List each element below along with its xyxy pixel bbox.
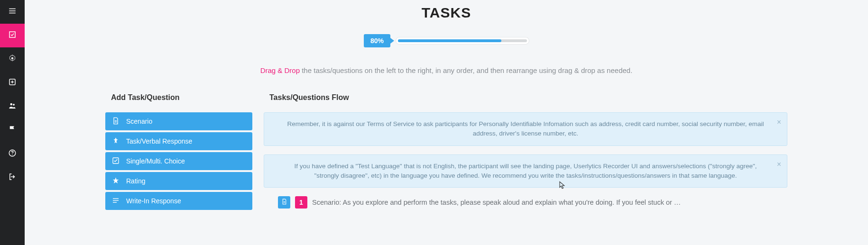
task-type-label: Rating xyxy=(126,177,145,185)
plus-icon xyxy=(8,78,17,88)
gear-icon xyxy=(8,54,17,64)
flow-type-icon xyxy=(278,196,290,209)
progress-fill xyxy=(398,39,501,42)
file-icon xyxy=(112,117,120,126)
add-task-panel: Add Task/Question Scenario Task/Verbal R… xyxy=(105,93,252,212)
svg-point-5 xyxy=(10,103,13,106)
page-title: TASKS xyxy=(25,5,868,21)
signout-icon xyxy=(8,172,17,183)
close-icon[interactable]: × xyxy=(777,117,781,128)
star-icon xyxy=(112,177,120,186)
nav-tasks[interactable] xyxy=(0,24,25,47)
svg-rect-12 xyxy=(113,202,117,202)
close-icon[interactable]: × xyxy=(777,159,781,170)
flow-heading: Tasks/Questions Flow xyxy=(264,93,787,102)
notice-text: Remember, it is against our Terms of Ser… xyxy=(287,120,764,137)
hint-rest: the tasks/questions on the left to the r… xyxy=(300,66,632,74)
task-type-label: Scenario xyxy=(126,118,152,125)
task-type-label: Write-In Response xyxy=(126,197,181,205)
task-type-label: Single/Multi. Choice xyxy=(126,157,185,165)
svg-point-6 xyxy=(13,104,15,106)
file-icon xyxy=(281,198,287,207)
menu-icon xyxy=(8,7,17,17)
svg-rect-10 xyxy=(113,198,119,199)
nav-flag[interactable] xyxy=(0,118,25,142)
flag-icon xyxy=(8,125,17,136)
flow-item[interactable]: 1 Scenario: As you explore and perform t… xyxy=(264,196,787,209)
flow-text: Scenario: As you explore and perform the… xyxy=(312,199,682,206)
check-icon xyxy=(112,157,120,166)
task-type-label: Task/Verbal Response xyxy=(126,137,192,145)
svg-rect-2 xyxy=(9,13,16,14)
task-type-writein[interactable]: Write-In Response xyxy=(105,192,252,210)
flow-index: 1 xyxy=(295,196,307,209)
notice-language: If you have defined a "Test Language" th… xyxy=(264,154,787,188)
hint-text: Drag & Drop the tasks/questions on the l… xyxy=(25,66,868,74)
notice-text: If you have defined a "Test Language" th… xyxy=(294,163,757,179)
pin-icon xyxy=(112,137,120,146)
flow-panel: Tasks/Questions Flow Remember, it is aga… xyxy=(264,93,787,212)
people-icon xyxy=(8,101,17,112)
help-icon xyxy=(8,149,17,159)
nav-help[interactable] xyxy=(0,142,25,166)
nav-add[interactable] xyxy=(0,71,25,95)
svg-rect-11 xyxy=(113,200,119,200)
add-task-heading: Add Task/Question xyxy=(105,93,252,102)
svg-rect-0 xyxy=(9,9,16,9)
nav-rail xyxy=(0,0,25,245)
nav-menu[interactable] xyxy=(0,0,25,24)
nav-signout[interactable] xyxy=(0,166,25,190)
svg-point-3 xyxy=(11,57,14,60)
progress: 80% xyxy=(25,34,868,47)
notice-pii: Remember, it is against our Terms of Ser… xyxy=(264,112,787,146)
task-type-choice[interactable]: Single/Multi. Choice xyxy=(105,152,252,170)
task-type-verbal[interactable]: Task/Verbal Response xyxy=(105,132,252,150)
tasks-icon xyxy=(8,30,17,41)
lines-icon xyxy=(112,197,120,206)
nav-settings[interactable] xyxy=(0,47,25,71)
progress-track xyxy=(396,37,529,44)
main: TASKS 80% Drag & Drop the tasks/question… xyxy=(25,0,868,245)
hint-accent: Drag & Drop xyxy=(260,66,300,74)
progress-badge: 80% xyxy=(364,34,390,47)
task-type-scenario[interactable]: Scenario xyxy=(105,112,252,130)
nav-people[interactable] xyxy=(0,95,25,118)
svg-rect-1 xyxy=(9,10,16,11)
svg-point-8 xyxy=(12,154,13,155)
task-type-rating[interactable]: Rating xyxy=(105,172,252,190)
